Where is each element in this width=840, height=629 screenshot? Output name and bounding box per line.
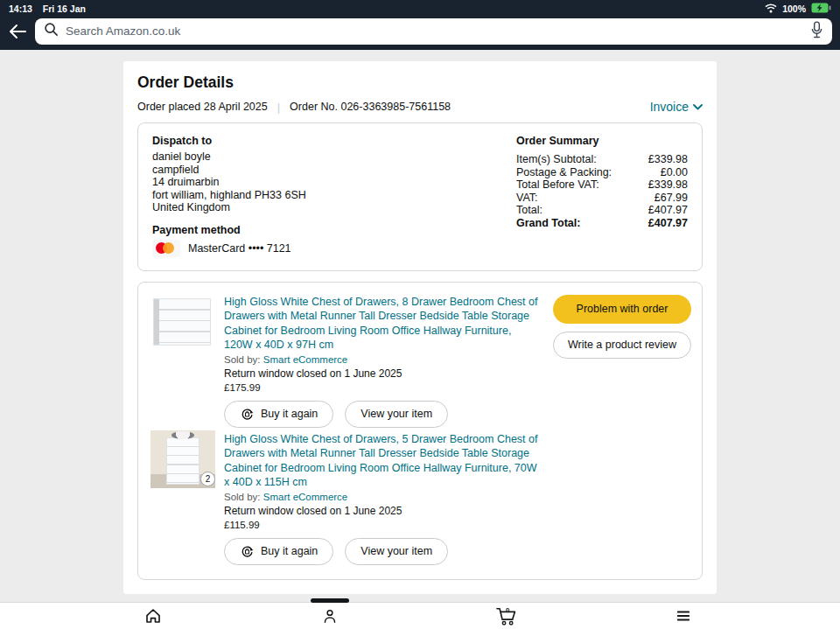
search-box[interactable] [35, 18, 832, 45]
view-item-label: View your item [360, 408, 432, 420]
view-item-label: View your item [360, 545, 432, 557]
grand-total-label: Grand Total: [516, 217, 580, 230]
order-details-card: Order Details Order placed 28 April 2025… [123, 61, 717, 594]
product-image[interactable]: 2 [150, 430, 215, 488]
summary-row: Total: £407.97 [516, 204, 688, 217]
item-price: £175.99 [224, 382, 541, 393]
seller-link[interactable]: Smart eCommerce [263, 492, 348, 502]
product-title-link[interactable]: High Gloss White Chest of Drawers, 8 Dra… [224, 295, 541, 353]
item-price: £115.99 [224, 520, 541, 530]
product-image[interactable] [150, 293, 215, 351]
buy-it-again-button[interactable]: Buy it again [224, 538, 333, 565]
order-placed-date: Order placed 28 April 2025 [137, 101, 268, 113]
battery-percent: 100% [782, 3, 806, 14]
return-window-text: Return window closed on 1 June 2025 [224, 505, 541, 517]
page-content: Order Details Order placed 28 April 2025… [0, 50, 840, 629]
tall-chest-image [166, 437, 200, 485]
order-summary-block: Order Summary Item(s) Subtotal: £339.98 … [516, 135, 688, 257]
order-summary-heading: Order Summary [516, 135, 688, 147]
order-item: High Gloss White Chest of Drawers, 8 Dra… [150, 293, 541, 428]
summary-value: £339.98 [648, 178, 688, 192]
app-screen: 14:13 Fri 16 Jan 100% [0, 0, 840, 629]
order-actions-column: Problem with order Write a product revie… [553, 293, 691, 565]
order-info-box: Dispatch to daniel boyle campfield 14 dr… [137, 122, 703, 271]
search-input[interactable] [66, 24, 803, 38]
buy-again-label: Buy it again [261, 545, 318, 557]
item-buttons-row: Buy it again View your item [224, 538, 541, 565]
item-buttons-row: Buy it again View your item [224, 401, 541, 428]
return-window-text: Return window closed on 1 June 2025 [224, 367, 541, 380]
search-icon [44, 22, 59, 40]
summary-grand-total-row: Grand Total: £407.97 [516, 217, 688, 230]
summary-label: VAT: [516, 192, 538, 205]
summary-value: £407.97 [648, 204, 688, 217]
battery-icon [811, 3, 831, 15]
quantity-badge: 2 [200, 472, 215, 486]
view-your-item-button[interactable]: View your item [345, 401, 448, 428]
back-icon[interactable] [8, 23, 27, 40]
sold-by-line: Sold by: Smart eCommerce [224, 492, 541, 502]
cart-count: 0 [506, 606, 510, 614]
account-icon[interactable] [322, 607, 339, 625]
order-item: 2 High Gloss White Chest of Drawers, 5 D… [150, 430, 541, 565]
summary-value: £339.98 [648, 153, 688, 166]
search-header [0, 17, 840, 50]
summary-value: £0.00 [661, 166, 688, 179]
menu-icon[interactable] [676, 609, 691, 623]
item-info: High Gloss White Chest of Drawers, 5 Dra… [224, 430, 541, 565]
address-line: daniel boyle [152, 150, 306, 164]
sold-by-line: Sold by: Smart eCommerce [224, 354, 541, 365]
address-line: fort william, highland PH33 6SH [152, 189, 306, 202]
dispatch-heading: Dispatch to [152, 135, 306, 147]
microphone-icon[interactable] [810, 21, 823, 42]
address-line: United Kingdom [152, 201, 306, 214]
chevron-down-icon [693, 104, 703, 110]
clock: 14:13 [9, 3, 32, 14]
buy-again-icon [240, 544, 255, 559]
page-title: Order Details [137, 73, 703, 92]
summary-row: Item(s) Subtotal: £339.98 [516, 153, 688, 166]
date: Fri 16 Jan [43, 3, 86, 14]
active-tab-indicator [311, 598, 349, 603]
items-column: High Gloss White Chest of Drawers, 8 Dra… [149, 293, 541, 565]
order-items-box: High Gloss White Chest of Drawers, 8 Dra… [137, 282, 703, 580]
order-meta-row: Order placed 28 April 2025 | Order No. 0… [137, 100, 703, 114]
invoice-label: Invoice [650, 100, 689, 114]
home-icon[interactable] [144, 607, 163, 625]
cart-icon[interactable]: 0 [495, 606, 518, 626]
payment-heading: Payment method [152, 224, 306, 236]
summary-row: VAT: £67.99 [516, 192, 688, 205]
sold-by-label: Sold by: [224, 492, 261, 502]
address-line: 14 druimarbin [152, 176, 306, 189]
bottom-nav-bar: 0 [0, 602, 840, 629]
summary-label: Postage & Packing: [516, 166, 612, 179]
grand-total-value: £407.97 [648, 217, 688, 230]
problem-with-order-button[interactable]: Problem with order [553, 295, 691, 324]
summary-label: Total Before VAT: [516, 178, 599, 192]
write-product-review-button[interactable]: Write a product review [553, 332, 691, 359]
wifi-icon [765, 3, 777, 15]
chest-of-drawers-image [153, 298, 211, 346]
buy-it-again-button[interactable]: Buy it again [224, 401, 333, 428]
summary-label: Item(s) Subtotal: [516, 153, 597, 166]
seller-link[interactable]: Smart eCommerce [263, 354, 348, 365]
bowl-decor [172, 431, 194, 439]
status-bar: 14:13 Fri 16 Jan 100% [0, 0, 840, 17]
address-line: campfield [152, 164, 306, 177]
sold-by-label: Sold by: [224, 354, 261, 365]
order-number: Order No. 026-3363985-7561158 [290, 101, 451, 113]
meta-divider: | [277, 101, 280, 114]
invoice-dropdown[interactable]: Invoice [650, 100, 703, 114]
buy-again-icon [240, 407, 255, 422]
summary-row: Postage & Packing: £0.00 [516, 166, 688, 179]
summary-label: Total: [516, 204, 542, 217]
payment-method-row: MasterCard •••• 7121 [152, 240, 306, 257]
summary-row: Total Before VAT: £339.98 [516, 178, 688, 192]
product-title-link[interactable]: High Gloss White Chest of Drawers, 5 Dra… [224, 432, 541, 490]
payment-method-value: MasterCard •••• 7121 [188, 242, 291, 255]
mastercard-icon [152, 240, 180, 257]
dispatch-block: Dispatch to daniel boyle campfield 14 dr… [152, 135, 306, 257]
view-your-item-button[interactable]: View your item [345, 538, 448, 565]
item-info: High Gloss White Chest of Drawers, 8 Dra… [224, 293, 541, 428]
buy-again-label: Buy it again [261, 408, 318, 420]
